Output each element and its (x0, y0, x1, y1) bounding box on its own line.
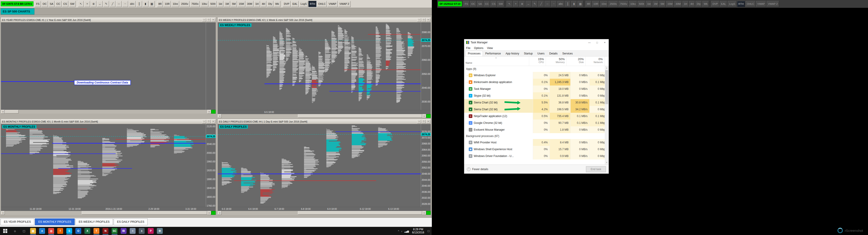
timeframe-button-dly[interactable]: Dly (695, 1, 702, 7)
tm-tab-services[interactable]: Services (560, 51, 575, 56)
toolbar-button-cs[interactable]: CS (491, 1, 497, 7)
tm-tab-startup[interactable]: Startup (522, 51, 535, 56)
toolbar-button-sw[interactable]: SW (497, 1, 504, 7)
study-button-logs[interactable]: LogS (299, 1, 308, 7)
timeframe-button-10kv[interactable]: 10kv (200, 1, 209, 7)
tm-tab-performance[interactable]: Performance (483, 51, 503, 56)
taskbar-search[interactable]: ○ (10, 227, 20, 235)
price-scale[interactable] (206, 23, 216, 110)
volume-icon[interactable]: ♪ (401, 230, 402, 233)
horizontal-scrollbar[interactable]: ◂ ▸ (218, 211, 431, 215)
chartbook-tab-es-monthly-profiles[interactable]: ES MONTHLY PROFILES (35, 218, 74, 225)
timeframe-button-1h[interactable]: 1H (254, 1, 260, 7)
scrollbar-thumb[interactable] (298, 211, 422, 215)
expander-icon[interactable]: › (466, 115, 469, 118)
weekly-profile-chart-canvas[interactable] (218, 23, 421, 110)
toolbar-button-cc[interactable]: CC (55, 1, 62, 7)
scrollbar-thumb[interactable] (298, 114, 422, 118)
column-header-name[interactable]: ∨Name (464, 56, 529, 66)
scroll-right-button[interactable]: ▸ (207, 110, 211, 114)
expander-icon[interactable]: › (466, 74, 469, 77)
expander-icon[interactable]: › (466, 128, 469, 131)
chart-corner-button[interactable] (211, 110, 216, 114)
scrollbar-thumb[interactable] (605, 70, 608, 104)
scroll-right-button[interactable]: ▸ (207, 211, 211, 215)
timeframe-button-1kt[interactable]: 1kt (217, 1, 223, 7)
expander-icon[interactable]: › (466, 81, 469, 83)
toolbar-button-oc[interactable]: OC (470, 1, 476, 7)
horizontal-line-icon[interactable]: ─ (116, 1, 122, 7)
timeframe-button-15m[interactable]: 15M (238, 1, 245, 7)
panel-close-button[interactable]: × (211, 120, 215, 123)
horizontal-scrollbar[interactable]: ◂ ▸ (1, 211, 216, 215)
scroll-up-button[interactable]: ▲ (605, 66, 609, 70)
chart-corner-button[interactable] (211, 211, 216, 215)
scroll-left-button[interactable]: ◂ (1, 110, 5, 114)
process-group-header[interactable]: Apps (9) (464, 66, 609, 72)
timeframe-button-15m[interactable]: 15M (666, 1, 674, 7)
timeframe-button-8r[interactable]: 8R (157, 1, 163, 7)
process-row-windows-shell-experience-host[interactable]: ▣Windows Shell Experience Host0%15.7 MB0… (464, 146, 609, 153)
toolbar-button-vwap[interactable]: VWAP (756, 1, 766, 7)
menu-file[interactable]: File (466, 47, 470, 50)
study-button-eal[interactable]: EAL (720, 1, 727, 7)
panel-titlebar[interactable]: ES WEEKLY PROFILES ESM16-CME #2 | 1 Week… (218, 18, 431, 23)
study-button-dvp[interactable]: DVP (283, 1, 291, 7)
scrollbar-track[interactable] (5, 110, 207, 114)
process-row-skype-32-bit[interactable]: ›SSkype (32 bit)0.1%131.8 MB0 MB/s0 Mbps (464, 92, 609, 99)
horizontal-line-icon[interactable]: ─ (545, 1, 551, 7)
minimize-button[interactable]: — (586, 39, 593, 46)
scroll-right-button[interactable]: ▸ (422, 114, 426, 118)
panel-minimize-button[interactable]: – (417, 18, 421, 22)
process-group-header[interactable]: Background processes (67) (464, 133, 609, 139)
timeframe-button-5m[interactable]: 5M (230, 1, 237, 7)
chartbook-tab-es-daily-profiles[interactable]: ES DAILY PROFILES (114, 218, 148, 225)
text-annotation-icon[interactable]: abc (129, 1, 135, 7)
price-scale[interactable]: 2076.002072.002068.002064.002060.002056.… (421, 124, 431, 207)
close-button[interactable]: × (601, 39, 609, 46)
timeframe-button-10kv[interactable]: 10kv (629, 1, 637, 7)
panel-minimize-button[interactable]: – (417, 120, 421, 123)
toolbar-button-vwap-2[interactable]: VWAP 2 (767, 1, 779, 7)
hidden-icons-chevron[interactable]: ^ (398, 230, 399, 233)
scroll-left-button[interactable]: ◂ (1, 211, 5, 215)
panel-maximize-button[interactable]: □ (207, 18, 211, 22)
toolbar-button-fs[interactable]: FS (463, 1, 469, 7)
chartbook-title[interactable]: ES SP 500 CHARTS (1, 8, 34, 15)
panel-close-button[interactable]: × (211, 18, 215, 22)
toolbar-button-rth[interactable]: RTH (737, 1, 745, 7)
scroll-right-button[interactable]: ▸ (422, 211, 426, 215)
zoom-icon[interactable]: ⊕ (519, 1, 525, 7)
bar-style-icon[interactable]: ║ (136, 1, 142, 7)
toolbar-button-cs[interactable]: CS (62, 1, 68, 7)
expander-icon[interactable]: › (466, 87, 469, 90)
column-header-network[interactable]: 0%Network (586, 56, 605, 66)
column-header-memory[interactable]: 50%Memory (546, 56, 567, 66)
timeframe-button-500t[interactable]: 500t (209, 1, 217, 7)
horizontal-scale-icon[interactable]: ↔ (526, 1, 531, 7)
study-button-eal[interactable]: EAL (291, 1, 299, 7)
column-header-cpu[interactable]: 15%CPU (529, 56, 546, 66)
timeframe-button-30m[interactable]: 30M (674, 1, 682, 7)
daily-profile-chart-canvas[interactable] (218, 124, 421, 207)
taskbar-file-explorer[interactable]: ▤ (29, 227, 38, 235)
timeframe-button-10re[interactable]: 10re (600, 1, 608, 7)
taskbar-firefox[interactable]: f (56, 227, 65, 235)
toolbar-button-ohlc[interactable]: OHLC (317, 1, 327, 7)
timeframe-button-4h[interactable]: 4H (260, 1, 267, 7)
toolbar-button-cc[interactable]: CC (484, 1, 490, 7)
process-row-sierra-chart-32-bit[interactable]: ›▲Sierra Chart (32 bit)5.5%36.8 MB30.8 M… (464, 99, 609, 106)
dashed-line-icon[interactable]: ┈ (122, 1, 128, 7)
process-row-wmi-provider-host[interactable]: ⚙WMI Provider Host0.4%8.4 MB0 MB/s0 Mbps (464, 139, 609, 146)
expander-icon[interactable]: › (466, 101, 469, 104)
timeframe-button-7500v[interactable]: 7500v (619, 1, 628, 7)
scrollbar-thumb[interactable] (5, 110, 19, 113)
pointer-icon[interactable]: ↖ (506, 1, 513, 7)
maximize-button[interactable]: □ (593, 39, 601, 46)
timeframe-button-10r[interactable]: 10R (163, 1, 171, 7)
horizontal-scale-icon[interactable]: ↔ (97, 1, 103, 7)
taskbar-calculator[interactable]: ± (137, 227, 146, 235)
timeframe-button-wk[interactable]: Wk (274, 1, 280, 7)
text-annotation-icon[interactable]: abc (557, 1, 564, 7)
timeframe-button-wk[interactable]: Wk (702, 1, 709, 7)
